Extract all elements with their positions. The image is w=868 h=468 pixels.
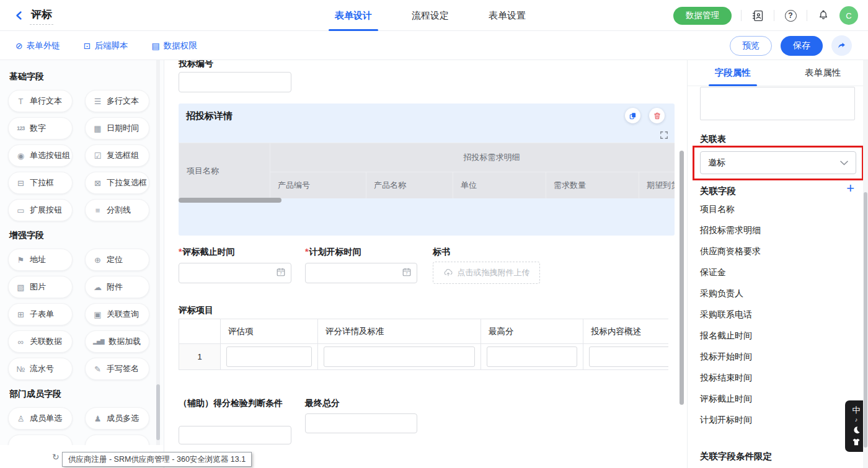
back-chevron-icon <box>14 11 24 20</box>
field-type-serial-number[interactable]: №流水号 <box>8 358 73 380</box>
preview-button[interactable]: 预览 <box>730 36 772 56</box>
field-type-datetime[interactable]: ▦日期时间 <box>85 117 149 139</box>
trash-icon <box>653 112 662 120</box>
eval-cell-input[interactable] <box>226 347 312 367</box>
field-type-multi-line-text[interactable]: ☰多行文本 <box>85 90 149 112</box>
row-index: 1 <box>179 344 221 370</box>
final-score-input[interactable] <box>305 413 417 433</box>
planned-open-input[interactable]: 7 <box>305 263 417 283</box>
field-type-extend-button[interactable]: ▭扩展按钮 <box>8 199 73 221</box>
field-type-divider[interactable]: ≡分割线 <box>85 199 149 221</box>
bid-detail-panel[interactable]: 招投标详情 项目名称招投标需求明细产品编号产品名称单位需求数量期望到货 <box>179 104 675 236</box>
divider <box>774 10 774 21</box>
relation-field-item[interactable]: 投标结束时间 <box>700 368 861 389</box>
field-type-subform[interactable]: ⊞子表单 <box>8 303 73 325</box>
toolbar-link-backend-script[interactable]: ⊡后端脚本 <box>84 40 128 51</box>
sub-toolbar: ⊘表单外链⊡后端脚本▤数据权限 预览 保存 <box>0 31 868 60</box>
field-type-checkbox-group[interactable]: ☑复选框组 <box>85 144 149 167</box>
detail-horizontal-scrollbar[interactable] <box>179 198 281 203</box>
relation-table-select[interactable]: 邀标 <box>700 151 856 174</box>
relation-field-item[interactable]: 投标开始时间 <box>700 347 861 368</box>
properties-panel: 字段属性表单属性 关联表 邀标 关联字段 + 项目名称招投标需求明细供应商资格要… <box>687 60 868 468</box>
number-icon: 123 <box>16 126 25 131</box>
note-icon[interactable]: ♪ <box>855 417 858 423</box>
required-asterisk: * <box>305 247 308 257</box>
relation-field-item[interactable]: 采购负责人 <box>700 283 861 304</box>
delete-button[interactable] <box>649 108 665 123</box>
avatar[interactable]: C <box>839 6 858 25</box>
field-type-select[interactable]: ⊟下拉框 <box>8 172 73 194</box>
back-button[interactable] <box>12 9 26 22</box>
dark-mode-moon-icon[interactable] <box>852 426 861 435</box>
eval-cell-input[interactable] <box>589 347 668 367</box>
sidebar-section-heading: 基础字段 <box>9 71 164 82</box>
copy-icon <box>629 112 637 120</box>
nav-tab-3[interactable]: 表单设置 <box>489 0 526 31</box>
relation-fields-list: 项目名称招投标需求明细供应商资格要求保证金采购负责人采购联系电话报名截止时间投标… <box>700 199 861 431</box>
bid-number-input[interactable] <box>179 72 291 92</box>
bell-icon[interactable] <box>817 9 830 22</box>
copy-button[interactable] <box>625 108 640 123</box>
relation-field-item[interactable]: 招投标需求明细 <box>700 220 861 241</box>
nav-tab-1[interactable]: 表单设计 <box>335 0 372 31</box>
toolbar-link-external-link[interactable]: ⊘表单外链 <box>16 40 60 51</box>
field-type-radio-group[interactable]: ◉单选按钮组 <box>8 144 73 167</box>
contact-book-icon[interactable] <box>751 9 764 22</box>
eval-column-header: 评估项 <box>221 319 318 344</box>
page-title[interactable]: 评标 <box>30 7 53 25</box>
field-type-number[interactable]: 123数字 <box>8 117 73 139</box>
field-type-member-multi[interactable]: ♟成员多选 <box>85 407 149 430</box>
field-type-image[interactable]: ▧图片 <box>8 276 73 298</box>
eval-table: 评估项评分详情及标准最高分投标内容概述1 <box>179 319 668 370</box>
field-type-relation-query[interactable]: ▣关联查询 <box>85 303 149 325</box>
cloud-upload-icon <box>443 268 453 278</box>
toolbar-link-data-permission[interactable]: ▤数据权限 <box>151 40 197 51</box>
field-type-attachment[interactable]: ☁附件 <box>85 276 149 298</box>
aux-condition-input[interactable] <box>179 426 291 444</box>
share-button[interactable] <box>831 35 852 56</box>
help-icon[interactable]: ? <box>784 9 797 22</box>
required-asterisk: * <box>179 247 182 257</box>
relation-field-item[interactable]: 报名截止时间 <box>700 325 861 347</box>
detail-subcolumn: 期望到货 <box>639 172 675 199</box>
checkbox-group-icon: ☑ <box>93 152 102 160</box>
field-type-member-single[interactable]: ♙成员单选 <box>8 407 73 430</box>
eval-column-header: 评分详情及标准 <box>318 319 481 344</box>
field-type-location[interactable]: ⊕定位 <box>85 249 149 271</box>
field-type-address[interactable]: ⚑地址 <box>8 249 73 271</box>
add-relation-field-button[interactable]: + <box>846 182 854 195</box>
field-type-multi-select[interactable]: ⊠下拉复选框 <box>85 172 149 194</box>
skin-shirt-icon[interactable] <box>852 438 861 446</box>
field-type-data-load[interactable]: ▂▅▇数据加载 <box>85 330 149 353</box>
eval-cell-input[interactable] <box>324 347 475 367</box>
field-type-single-line-text[interactable]: T单行文本 <box>8 90 73 112</box>
eval-cell-input[interactable] <box>487 347 577 367</box>
single-line-text-icon: T <box>16 97 25 105</box>
field-type-relation-data[interactable]: ∞关联数据 <box>8 330 73 353</box>
relation-field-item[interactable]: 计划开标时间 <box>700 410 861 431</box>
properties-tab-1[interactable]: 字段属性 <box>688 60 778 86</box>
relation-field-item[interactable]: 供应商资格要求 <box>700 241 861 262</box>
properties-tab-2[interactable]: 表单属性 <box>778 60 868 86</box>
eval-deadline-input[interactable]: 7 <box>179 263 291 283</box>
nav-tab-2[interactable]: 流程设定 <box>412 0 449 31</box>
bid-number-label: 投标编号 <box>179 60 213 69</box>
language-toggle[interactable]: 中 <box>852 406 861 414</box>
relation-field-item[interactable]: 保证金 <box>700 262 861 283</box>
taskbar-tooltip: 供应商注册 - SRM供应商管理 - 360安全浏览器 13.1 <box>62 452 252 467</box>
relation-field-item[interactable]: 项目名称 <box>700 199 861 220</box>
sidebar-scrollbar-thumb[interactable] <box>156 384 160 440</box>
page-scrollbar-thumb[interactable] <box>864 192 867 448</box>
data-manage-button[interactable]: 数据管理 <box>673 7 732 25</box>
data-load-icon: ▂▅▇ <box>93 339 104 345</box>
canvas-scrollbar-thumb[interactable] <box>680 151 684 405</box>
relation-field-item[interactable]: 评标截止时间 <box>700 389 861 410</box>
upload-attachment-button[interactable]: 点击或拖拽附件上传 <box>433 262 540 284</box>
field-description-input[interactable] <box>700 87 855 120</box>
expand-button[interactable] <box>660 131 668 142</box>
relation-field-item[interactable]: 采购联系电话 <box>700 304 861 325</box>
toolbar-links: ⊘表单外链⊡后端脚本▤数据权限 <box>16 31 197 60</box>
save-button[interactable]: 保存 <box>781 36 823 56</box>
field-type-signature[interactable]: ✎手写签名 <box>85 358 149 380</box>
eval-table-row: 1 <box>179 344 669 370</box>
